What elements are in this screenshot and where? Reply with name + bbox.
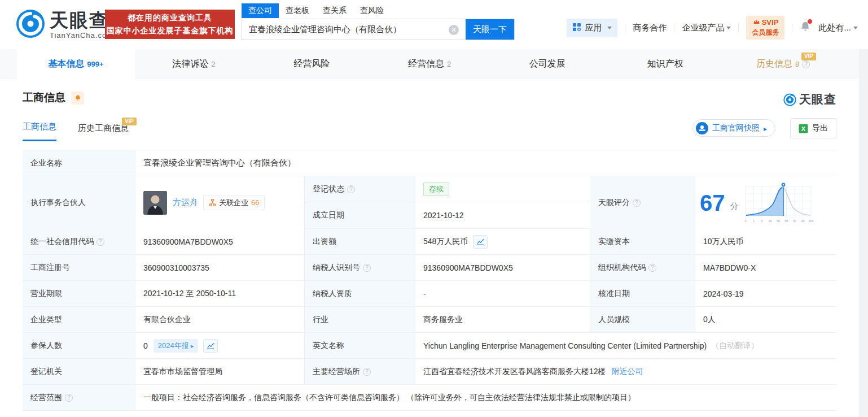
help-icon[interactable]	[363, 264, 371, 272]
help-icon[interactable]	[802, 60, 810, 68]
related-count: 66	[251, 198, 259, 207]
search-tab-relation[interactable]: 查关系	[316, 3, 353, 18]
enterprise-label: 企业级产品	[682, 23, 724, 33]
industry-value: 商务服务业	[415, 307, 590, 332]
search-tab-boss[interactable]: 查老板	[279, 3, 316, 18]
field-label: 执行事务合伙人	[23, 176, 135, 229]
tab-count: 2	[447, 60, 451, 68]
search-input[interactable]	[242, 19, 457, 40]
partner-avatar[interactable]	[143, 191, 167, 215]
field-label: 登记状态	[313, 184, 344, 194]
help-icon[interactable]	[347, 185, 355, 193]
monitor-bell-button[interactable]	[71, 92, 84, 105]
taxpayer-id-value: 91360900MA7BDDW0X5	[415, 255, 590, 280]
annual-report-badge[interactable]: 2024年报	[154, 339, 198, 353]
tab-legal-litigation[interactable]: 法律诉讼 2	[135, 49, 253, 79]
business-scope-value: 一般项目：社会经济咨询服务，信息咨询服务（不含许可类信息咨询服务） （除许可业务…	[135, 385, 836, 410]
tab-label: 公司发展	[529, 58, 565, 70]
svg-text:15: 15	[768, 219, 771, 223]
tab-operation-risk[interactable]: 经营风险	[253, 49, 371, 79]
capital-value: 548万人民币	[423, 237, 468, 247]
arrow-right-icon	[191, 341, 194, 350]
field-label-wrap: 登记状态	[305, 176, 415, 202]
capital-cell: 548万人民币	[415, 229, 590, 254]
field-label: 经营范围	[30, 393, 62, 403]
nav-cooperation[interactable]: 商务合作	[633, 23, 667, 33]
trend-chart-icon	[476, 238, 484, 245]
tab-operation-info[interactable]: 经营信息 2	[371, 49, 489, 79]
field-label: 登记机关	[23, 359, 135, 384]
help-icon[interactable]	[633, 199, 641, 207]
nearby-companies-link[interactable]: 附近公司	[612, 367, 643, 377]
search-tab-risk[interactable]: 查风险	[353, 3, 391, 18]
watermark-text: 天眼查	[799, 92, 836, 107]
vip-badge: VIP	[122, 118, 137, 125]
tab-label: 历史信息	[756, 58, 792, 70]
tab-history-info[interactable]: VIP 历史信息 8	[724, 49, 842, 79]
search-tabs: 查公司 查老板 查关系 查风险	[242, 3, 515, 18]
help-icon[interactable]	[648, 264, 656, 272]
stamp-icon	[696, 122, 708, 134]
apps-menu[interactable]: 应用	[567, 19, 617, 37]
watermark-logo: 天眼查	[783, 92, 836, 107]
search-button[interactable]: 天眼一下	[466, 19, 514, 40]
business-info-panel: 工商信息 天眼查 工商信息 VIP 历史工商信息	[0, 79, 859, 411]
trend-chart-button[interactable]	[203, 339, 218, 353]
score-cell: 67 分	[695, 176, 836, 229]
user-account-menu[interactable]: 此处有...	[818, 23, 858, 33]
org-code-value: MA7BDDW0-X	[695, 255, 836, 280]
svip-sublabel: 会员服务	[752, 28, 779, 36]
trend-chart-button[interactable]	[473, 235, 488, 249]
field-label: 成立日期	[305, 202, 415, 228]
export-button[interactable]: X 导出	[790, 118, 836, 138]
tianyancha-eye-icon	[783, 93, 796, 106]
tab-intellectual-property[interactable]: 知识产权	[606, 49, 724, 79]
bell-icon	[74, 94, 81, 102]
address-cell: 江西省宜春经济技术开发区春风路客商服务大楼12楼 附近公司	[415, 359, 836, 384]
tab-count: 2	[211, 60, 215, 68]
partner-name-link[interactable]: 方运舟	[173, 197, 198, 208]
table-row: 执行事务合伙人 方运舟	[23, 176, 836, 229]
official-snapshot-button[interactable]: 工商官网快照	[692, 119, 775, 137]
search-box: 天眼一下	[242, 19, 515, 40]
apps-label: 应用	[585, 23, 602, 33]
field-label: 人员规模	[590, 307, 695, 332]
svg-text:97: 97	[792, 219, 796, 223]
established-value: 2021-10-12	[415, 202, 590, 228]
credit-code-value: 91360900MA7BDDW0X5	[135, 229, 305, 254]
score-value: 67	[700, 192, 725, 214]
tab-label: 法律诉讼	[172, 58, 208, 70]
field-label: 出资额	[305, 229, 415, 254]
insured-cell: 0 2024年报	[135, 333, 305, 358]
english-name-value: Yichun Langling Enterprise Management Co…	[423, 341, 707, 350]
svg-text:3: 3	[761, 219, 762, 223]
report-label: 2024年报	[158, 341, 189, 351]
site-logo[interactable]: 天眼查 TianYanCha.com	[16, 9, 113, 41]
notifications-button[interactable]	[800, 21, 811, 34]
subtab-business-info[interactable]: 工商信息	[23, 121, 56, 141]
clear-search-icon[interactable]	[449, 25, 459, 35]
svg-text:100: 100	[808, 219, 813, 223]
search-area: 查公司 查老板 查关系 查风险 天眼一下	[242, 3, 515, 40]
tab-count: 8	[795, 60, 799, 68]
table-row: 企业类型 有限合伙企业 行业 商务服务业 人员规模 0人	[23, 307, 836, 333]
divider	[792, 23, 792, 32]
help-icon[interactable]	[65, 394, 73, 402]
tab-company-development[interactable]: 公司发展	[488, 49, 606, 79]
help-icon[interactable]	[97, 238, 104, 246]
related-companies-badge[interactable]: 关联企业 66	[203, 195, 265, 210]
help-icon[interactable]	[363, 368, 371, 376]
field-label: 企业类型	[23, 307, 135, 332]
tab-label: 基本信息	[48, 58, 84, 70]
tab-basic-info[interactable]: 基本信息 999+	[17, 49, 135, 79]
company-name-value: 宜春浪绫企业管理咨询中心（有限合伙）	[135, 150, 836, 176]
field-label: 核准日期	[590, 281, 695, 306]
svip-member-button[interactable]: SVIP 会员服务	[746, 16, 784, 40]
slogan-line-2: 国家中小企业发展子基金旗下机构	[107, 24, 234, 37]
nav-enterprise-products[interactable]: 企业级产品	[682, 23, 731, 33]
subtab-history-business-info[interactable]: VIP 历史工商信息	[78, 123, 129, 141]
brand-domain: TianYanCha.com	[50, 31, 113, 40]
svg-text:X: X	[801, 125, 806, 132]
search-tab-company[interactable]: 查公司	[242, 3, 279, 18]
status-cell: 存续	[415, 176, 590, 202]
